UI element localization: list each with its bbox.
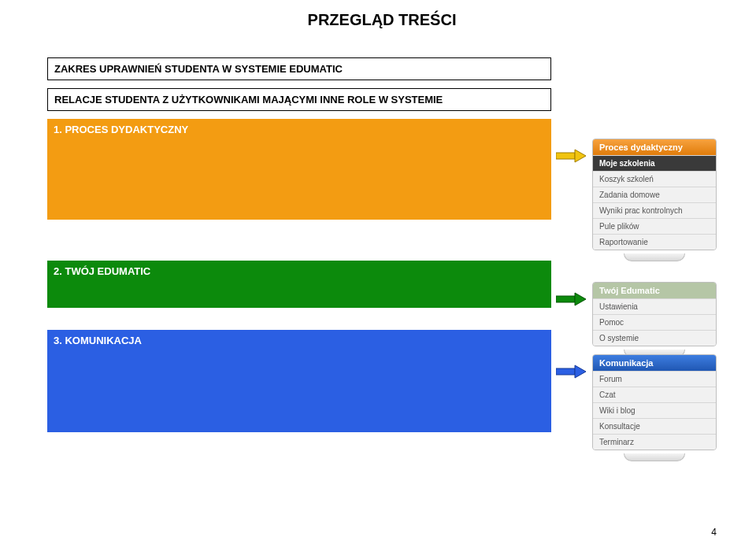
menu-item[interactable]: Raportowanie [593,234,716,250]
outline-box-2: RELACJE STUDENTA Z UŻYTKOWNIKAMI MAJĄCYM… [47,88,551,111]
page-number: 4 [711,527,717,538]
outline-box-1: ZAKRES UPRAWNIEŃ STUDENTA W SYSTEMIE EDU… [47,57,551,80]
menu-item[interactable]: Terminarz [593,434,716,450]
svg-rect-0 [556,153,575,159]
menu-item[interactable]: Wiki i blog [593,402,716,418]
menu-item[interactable]: Moje szkolenia [593,155,716,171]
sidebar-panel-proces: Proces dydaktyczny Moje szkolenia Koszyk… [592,139,717,265]
panel-header-twoj[interactable]: Twój Edumatic [593,283,716,298]
menu-item[interactable]: Zadania domowe [593,187,716,202]
menu-item[interactable]: Konsultacje [593,418,716,434]
left-column: ZAKRES UPRAWNIEŃ STUDENTA W SYSTEMIE EDU… [47,57,551,432]
section-1-proces: 1. PROCES DYDAKTYCZNY [47,119,551,220]
menu-item[interactable]: Pule plików [593,218,716,234]
section-3-komunikacja: 3. KOMUNIKACJA [47,330,551,432]
panel-header-komunikacja[interactable]: Komunikacja [593,355,716,371]
panel-handle [624,253,685,261]
menu-item[interactable]: Ustawienia [593,298,716,314]
section-2-twoj: 2. TWÓJ EDUMATIC [47,261,551,308]
svg-marker-3 [575,293,586,305]
menu-item[interactable]: Koszyk szkoleń [593,171,716,187]
menu-item[interactable]: Czat [593,387,716,402]
svg-marker-1 [575,150,586,162]
svg-rect-4 [556,368,575,375]
menu-item[interactable]: Pomoc [593,314,716,330]
arrow-to-twoj [556,291,586,307]
panel-header-proces[interactable]: Proces dydaktyczny [593,139,716,155]
menu-item[interactable]: Wyniki prac kontrolnych [593,202,716,218]
menu-item[interactable]: O systemie [593,330,716,346]
panel-handle [624,453,685,461]
arrow-to-proces [556,148,586,164]
arrow-to-komunikacja [556,364,586,379]
sidebar-panel-twoj: Twój Edumatic Ustawienia Pomoc O systemi… [592,282,717,361]
menu-item[interactable]: Forum [593,371,716,387]
svg-rect-2 [556,296,575,302]
page: PRZEGLĄD TREŚCI ZAKRES UPRAWNIEŃ STUDENT… [0,0,756,544]
sidebar-panel-komunikacja: Komunikacja Forum Czat Wiki i blog Konsu… [592,354,717,464]
svg-marker-5 [575,365,586,378]
page-title: PRZEGLĄD TREŚCI [47,11,717,29]
